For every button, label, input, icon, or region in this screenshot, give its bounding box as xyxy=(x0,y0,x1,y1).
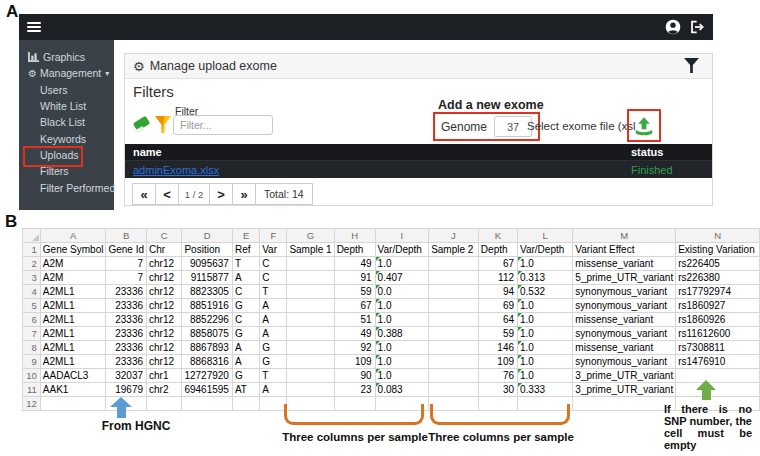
column-header-C[interactable]: C xyxy=(147,229,182,243)
cell-F10[interactable]: T xyxy=(260,369,287,383)
cell-N10[interactable] xyxy=(676,369,760,383)
row-header-3[interactable]: 3 xyxy=(23,271,41,285)
cell-E5[interactable]: G xyxy=(232,299,259,313)
cell-L5[interactable]: 1.0 xyxy=(518,299,573,313)
cell-N9[interactable]: rs1476910 xyxy=(676,355,760,369)
cell-B8[interactable]: 23336 xyxy=(106,341,147,355)
cell-K7[interactable]: 59 xyxy=(478,327,517,341)
cell-A12[interactable] xyxy=(40,397,106,411)
cell-M2[interactable]: missense_variant xyxy=(573,257,676,271)
cell-H11[interactable]: 23 xyxy=(334,383,375,397)
cell-E7[interactable]: G xyxy=(232,327,259,341)
cell-M7[interactable]: synonymous_variant xyxy=(573,327,676,341)
cell-C10[interactable]: chr1 xyxy=(147,369,182,383)
cell-G3[interactable] xyxy=(287,271,334,285)
cell-A8[interactable]: A2ML1 xyxy=(40,341,106,355)
cell-E9[interactable]: A xyxy=(232,355,259,369)
cell-G4[interactable] xyxy=(287,285,334,299)
column-header-H[interactable]: H xyxy=(334,229,375,243)
cell-H10[interactable]: 90 xyxy=(334,369,375,383)
cell-A6[interactable]: A2ML1 xyxy=(40,313,106,327)
cell-F12[interactable] xyxy=(260,397,287,411)
cell-K5[interactable]: 69 xyxy=(478,299,517,313)
cell-L3[interactable]: 0.313 xyxy=(518,271,573,285)
cell-G8[interactable] xyxy=(287,341,334,355)
cell-K6[interactable]: 64 xyxy=(478,313,517,327)
cell-H5[interactable]: 67 xyxy=(334,299,375,313)
select-all-corner[interactable] xyxy=(23,229,41,243)
cell-N6[interactable]: rs1860926 xyxy=(676,313,760,327)
column-header-I[interactable]: I xyxy=(375,229,429,243)
cell-C1[interactable]: Chr xyxy=(147,243,182,257)
cell-K1[interactable]: Depth xyxy=(478,243,517,257)
cell-H4[interactable]: 59 xyxy=(334,285,375,299)
column-header-K[interactable]: K xyxy=(478,229,517,243)
cell-E2[interactable]: T xyxy=(232,257,259,271)
cell-E12[interactable] xyxy=(232,397,259,411)
cell-A9[interactable]: A2ML1 xyxy=(40,355,106,369)
cell-D10[interactable]: 12727920 xyxy=(182,369,233,383)
cell-C8[interactable]: chr12 xyxy=(147,341,182,355)
cell-G9[interactable] xyxy=(287,355,334,369)
row-header-1[interactable]: 1 xyxy=(23,243,41,257)
cell-C11[interactable]: chr2 xyxy=(147,383,182,397)
cell-J4[interactable] xyxy=(429,285,479,299)
cell-H6[interactable]: 51 xyxy=(334,313,375,327)
sidebar-item-users[interactable]: Users xyxy=(19,82,114,98)
row-header-6[interactable]: 6 xyxy=(23,313,41,327)
cell-M10[interactable]: 3_prime_UTR_variant xyxy=(573,369,676,383)
cell-E11[interactable]: AT xyxy=(232,383,259,397)
cell-F3[interactable]: C xyxy=(260,271,287,285)
cell-D4[interactable]: 8823305 xyxy=(182,285,233,299)
cell-C9[interactable]: chr12 xyxy=(147,355,182,369)
cell-G1[interactable]: Sample 1 xyxy=(287,243,334,257)
row-header-8[interactable]: 8 xyxy=(23,341,41,355)
column-header-L[interactable]: L xyxy=(518,229,573,243)
sidebar-item-filter-performed[interactable]: Filter Performed xyxy=(19,179,114,195)
cell-C3[interactable]: chr12 xyxy=(147,271,182,285)
cell-A7[interactable]: A2ML1 xyxy=(40,327,106,341)
cell-C2[interactable]: chr12 xyxy=(147,257,182,271)
cell-N5[interactable]: rs1860927 xyxy=(676,299,760,313)
cell-J2[interactable] xyxy=(429,257,479,271)
cell-M11[interactable]: 3_prime_UTR_variant xyxy=(573,383,676,397)
cell-I8[interactable]: 1.0 xyxy=(375,341,429,355)
cell-J1[interactable]: Sample 2 xyxy=(429,243,479,257)
column-header-G[interactable]: G xyxy=(287,229,334,243)
column-header-J[interactable]: J xyxy=(429,229,479,243)
cell-D8[interactable]: 8867893 xyxy=(182,341,233,355)
cell-F9[interactable]: G xyxy=(260,355,287,369)
clear-filter-eraser-icon[interactable] xyxy=(133,116,150,132)
cell-A5[interactable]: A2ML1 xyxy=(40,299,106,313)
cell-I5[interactable]: 1.0 xyxy=(375,299,429,313)
cell-C12[interactable] xyxy=(147,397,182,411)
next-page-button[interactable]: > xyxy=(209,183,233,205)
cell-D6[interactable]: 8852296 xyxy=(182,313,233,327)
cell-E4[interactable]: C xyxy=(232,285,259,299)
cell-D3[interactable]: 9115877 xyxy=(182,271,233,285)
cell-B11[interactable]: 19679 xyxy=(106,383,147,397)
cell-I10[interactable]: 1.0 xyxy=(375,369,429,383)
cell-N7[interactable]: rs11612600 xyxy=(676,327,760,341)
cell-K11[interactable]: 30 xyxy=(478,383,517,397)
cell-E3[interactable]: A xyxy=(232,271,259,285)
cell-B7[interactable]: 23336 xyxy=(106,327,147,341)
cell-J7[interactable] xyxy=(429,327,479,341)
row-header-12[interactable]: 12 xyxy=(23,397,41,411)
row-header-2[interactable]: 2 xyxy=(23,257,41,271)
cell-K3[interactable]: 112 xyxy=(478,271,517,285)
cell-E1[interactable]: Ref xyxy=(232,243,259,257)
cell-C7[interactable]: chr12 xyxy=(147,327,182,341)
sidebar-item-keywords[interactable]: Keywords xyxy=(19,130,114,146)
cell-L11[interactable]: 0.333 xyxy=(518,383,573,397)
cell-F8[interactable]: G xyxy=(260,341,287,355)
cell-F1[interactable]: Var xyxy=(260,243,287,257)
cell-M5[interactable]: synonymous_variant xyxy=(573,299,676,313)
cell-F7[interactable]: A xyxy=(260,327,287,341)
cell-K4[interactable]: 94 xyxy=(478,285,517,299)
cell-E6[interactable]: C xyxy=(232,313,259,327)
cell-J9[interactable] xyxy=(429,355,479,369)
cell-L2[interactable]: 1.0 xyxy=(518,257,573,271)
sidebar-item-management[interactable]: ⚙Management▾ xyxy=(19,65,114,81)
row-header-9[interactable]: 9 xyxy=(23,355,41,369)
